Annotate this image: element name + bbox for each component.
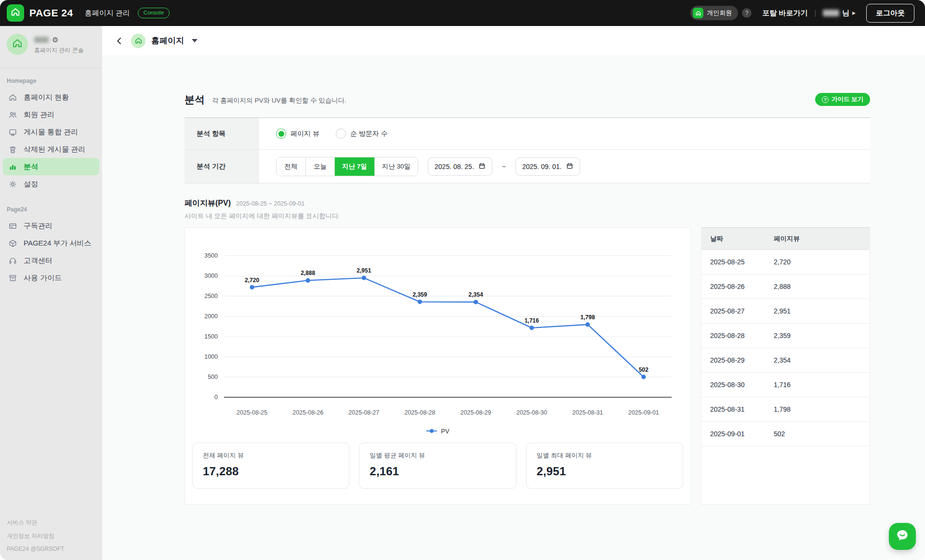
sidebar-item-label: 게시물 통합 관리	[24, 128, 78, 137]
sidebar-item-guide[interactable]: 사용 가이드	[3, 269, 99, 287]
back-chevron-icon[interactable]	[114, 35, 125, 47]
stat-value: 2,951	[537, 465, 673, 478]
guide-button[interactable]: ? 가이드 보기	[815, 93, 870, 106]
legend-marker-icon	[426, 429, 437, 433]
svg-text:2,359: 2,359	[412, 291, 427, 298]
help-icon[interactable]: ?	[742, 8, 752, 18]
logo-text[interactable]: PAGE 24	[29, 7, 73, 19]
chat-bubble-icon	[895, 528, 910, 545]
svg-text:2000: 2000	[204, 313, 218, 320]
chevron-down-icon[interactable]	[192, 39, 198, 42]
sidebar-item-users[interactable]: 회원 관리	[3, 106, 99, 123]
sidebar-item-label: 회원 관리	[24, 110, 54, 119]
svg-text:3000: 3000	[204, 273, 218, 279]
sidebar-footer: 서비스 약관개인정보 처리방침PAGE24 @SGRSOFT	[7, 519, 64, 552]
radio-option[interactable]: 페이지 뷰	[276, 129, 319, 139]
cell-date: 2025-08-31	[701, 405, 774, 413]
box-icon	[8, 238, 17, 248]
svg-text:0: 0	[214, 394, 218, 401]
date-to-input[interactable]: 2025. 09. 01.	[515, 157, 580, 176]
table-row: 2025-08-311,798	[701, 397, 870, 422]
site-title[interactable]: 홈페이지	[151, 35, 184, 46]
console-badge: Console	[138, 8, 170, 18]
svg-text:1,798: 1,798	[581, 314, 595, 321]
svg-text:1,716: 1,716	[525, 317, 539, 324]
sidebar: ⚙ 홈페이지 관리 콘솔 Homepage홈페이지 현황회원 관리게시물 통합 …	[0, 26, 102, 560]
period-button[interactable]: 전체	[277, 157, 305, 176]
svg-text:1500: 1500	[204, 333, 218, 340]
house-icon	[10, 7, 21, 19]
sidebar-item-box[interactable]: PAGE24 부가 서비스	[3, 234, 99, 252]
page-header: 분석 각 홈페이지의 PV와 UV를 확인할 수 있습니다. ? 가이드 보기	[185, 93, 870, 106]
table-row: 2025-08-272,951	[701, 299, 870, 324]
member-type-badge[interactable]: 개인회원	[690, 6, 738, 20]
sidebar-item-headset[interactable]: 고객센터	[3, 252, 99, 269]
stat-card: 일별 최대 페이지 뷰2,951	[526, 443, 683, 489]
caret-right-icon: ▶	[852, 11, 856, 15]
user-suffix: 님	[842, 9, 849, 18]
logout-button[interactable]: 로그아웃	[866, 4, 914, 23]
house-icon	[693, 8, 703, 18]
stats-row: 전체 페이지 뷰17,288일별 평균 페이지 뷰2,161일별 최대 페이지 …	[192, 443, 683, 489]
page-title: 분석	[185, 93, 205, 106]
sidebar-footer-link[interactable]: PAGE24 @SGRSOFT	[7, 546, 64, 552]
chart-section-header: 페이지뷰(PV) 2025-08-25 ~ 2025-09-01 사이트 내 모…	[185, 198, 870, 221]
calendar-icon	[478, 162, 486, 171]
sidebar-item-chart[interactable]: 분석	[3, 158, 99, 175]
sidebar-footer-link[interactable]: 개인정보 처리방침	[7, 532, 64, 540]
cell-pv: 2,951	[774, 307, 791, 315]
date-to-value: 2025. 09. 01.	[522, 163, 562, 170]
cell-pv: 2,354	[774, 356, 791, 364]
analysis-period-controls: 전체오늘지난 7일지난 30일 2025. 08. 25. ~ 2025. 09…	[259, 150, 870, 183]
sidebar-item-trash[interactable]: 삭제된 게시물 관리	[3, 141, 99, 158]
svg-text:2025-08-27: 2025-08-27	[348, 409, 379, 416]
sidebar-item-gear[interactable]: 설정	[3, 175, 99, 193]
table-row: 2025-08-301,716	[701, 373, 870, 397]
user-menu[interactable]: 님 ▶	[823, 9, 856, 18]
sidebar-item-label: 구독관리	[24, 221, 53, 231]
date-from-input[interactable]: 2025. 08. 25.	[428, 157, 492, 176]
stat-label: 일별 평균 페이지 뷰	[370, 451, 505, 460]
gear-icon[interactable]: ⚙	[52, 36, 58, 43]
chat-button[interactable]	[889, 523, 916, 550]
pv-table-card: 날짜 페이지뷰 2025-08-252,7202025-08-262,88820…	[701, 227, 870, 505]
period-button[interactable]: 지난 7일	[334, 157, 374, 176]
analysis-item-options: 페이지 뷰순 방문자 수	[259, 118, 870, 149]
svg-text:2500: 2500	[204, 293, 218, 300]
radio-label: 페이지 뷰	[291, 130, 319, 138]
sidebar-section-label: Homepage	[0, 78, 102, 89]
breadcrumb: 홈페이지	[102, 26, 925, 55]
question-circle-icon: ?	[822, 96, 829, 103]
period-button[interactable]: 지난 30일	[374, 157, 418, 176]
gear-icon	[8, 179, 17, 189]
svg-text:2,951: 2,951	[357, 267, 371, 274]
sidebar-item-monitor[interactable]: 게시물 통합 관리	[3, 123, 99, 141]
svg-text:2025-08-31: 2025-08-31	[572, 409, 603, 416]
cell-date: 2025-08-30	[701, 381, 774, 389]
stat-value: 2,161	[370, 465, 505, 478]
cell-date: 2025-08-26	[701, 283, 774, 290]
portal-link[interactable]: 포탈 바로가기	[762, 9, 807, 18]
period-segmented-control: 전체오늘지난 7일지난 30일	[276, 157, 418, 176]
tilde-separator: ~	[502, 163, 506, 170]
radio-option[interactable]: 순 방문자 수	[336, 129, 388, 139]
sidebar-item-label: 설정	[24, 180, 38, 189]
table-body: 2025-08-252,7202025-08-262,8882025-08-27…	[701, 250, 870, 446]
cell-pv: 2,888	[774, 283, 791, 290]
page24-logo[interactable]	[7, 4, 24, 22]
cell-pv: 2,359	[774, 332, 791, 339]
sidebar-item-card[interactable]: 구독관리	[3, 217, 99, 234]
house-icon	[8, 92, 17, 102]
sidebar-item-label: 고객센터	[24, 256, 53, 265]
chart-period: 2025-08-25 ~ 2025-09-01	[236, 200, 304, 207]
radio-selected-icon	[276, 129, 286, 139]
sidebar-item-label: 사용 가이드	[24, 273, 62, 283]
svg-text:1000: 1000	[204, 353, 218, 360]
filter-table: 분석 항목 페이지 뷰순 방문자 수 분석 기간 전체오늘지난 7일지난 30일…	[185, 117, 870, 183]
sidebar-footer-link[interactable]: 서비스 약관	[7, 519, 64, 527]
sidebar-nav: Homepage홈페이지 현황회원 관리게시물 통합 관리삭제된 게시물 관리분…	[0, 68, 102, 287]
radio-unselected-icon	[336, 129, 346, 139]
sidebar-item-house[interactable]: 홈페이지 현황	[3, 89, 99, 106]
avatar[interactable]	[7, 34, 28, 55]
period-button[interactable]: 오늘	[305, 157, 334, 176]
